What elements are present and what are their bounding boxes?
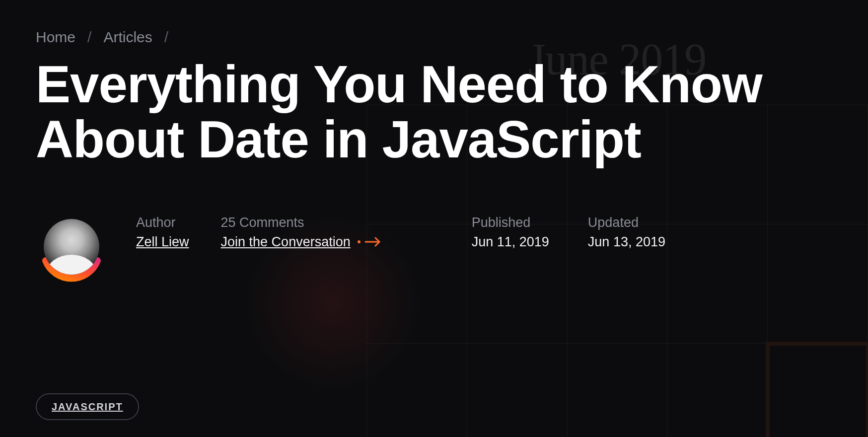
breadcrumb: Home / Articles / [36, 29, 832, 46]
author-avatar[interactable] [36, 215, 107, 287]
breadcrumb-articles[interactable]: Articles [103, 29, 152, 46]
avatar-image [44, 219, 99, 275]
tag-javascript[interactable]: JAVASCRIPT [36, 393, 139, 420]
updated-label: Updated [588, 215, 665, 230]
tag-row: JAVASCRIPT [36, 393, 139, 420]
breadcrumb-separator: / [87, 29, 91, 46]
page-title: Everything You Need to Know About Date i… [36, 57, 832, 167]
meta-comments: 25 Comments Join the Conversation [221, 215, 381, 250]
join-conversation-text: Join the Conversation [221, 234, 351, 250]
published-date: Jun 11, 2019 [472, 234, 549, 250]
meta-published: Published Jun 11, 2019 [472, 215, 549, 250]
arrow-right-icon [358, 237, 381, 247]
join-conversation-link[interactable]: Join the Conversation [221, 234, 381, 250]
breadcrumb-separator: / [164, 29, 168, 46]
meta-row: Author Zell Liew 25 Comments Join the Co… [36, 215, 832, 287]
meta-updated: Updated Jun 13, 2019 [588, 215, 665, 250]
author-label: Author [136, 215, 189, 230]
meta-author: Author Zell Liew [136, 215, 189, 250]
author-name-link[interactable]: Zell Liew [136, 234, 189, 250]
updated-date: Jun 13, 2019 [588, 234, 665, 250]
comments-count-label: 25 Comments [221, 215, 381, 230]
published-label: Published [472, 215, 549, 230]
breadcrumb-home[interactable]: Home [36, 29, 75, 46]
